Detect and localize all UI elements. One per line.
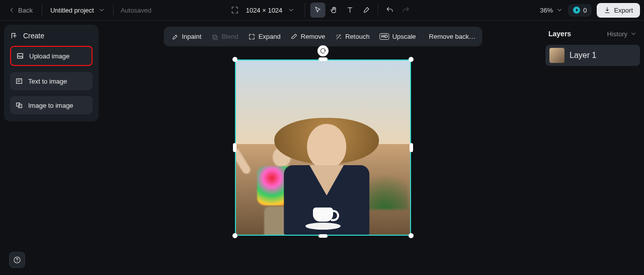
expand-button[interactable]: Expand [245,30,285,43]
resize-handle-br[interactable] [409,233,414,238]
project-title: Untitled project [50,7,94,14]
layer-name: Layer 1 [570,51,596,60]
divider [42,5,42,15]
fit-icon [231,6,239,14]
export-label: Export [614,7,633,14]
chevron-down-icon [287,7,294,14]
inpaint-icon [172,33,179,40]
brush-icon [362,6,370,14]
history-label: History [607,30,627,38]
text-to-image-icon [15,77,23,85]
select-tool[interactable] [310,3,325,18]
upscale-button[interactable]: HD Upscale [376,30,420,43]
text-to-image-option[interactable]: Text to image [10,72,93,90]
fit-screen-button[interactable] [231,6,239,14]
credit-icon [573,7,580,14]
redo-icon [401,6,410,14]
context-toolbar: Inpaint Blend Expand Remove Retouch HD U… [164,27,482,46]
create-label: Create [23,32,44,40]
create-panel: Create Upload image Text to image Image … [4,25,99,121]
inpaint-label: Inpaint [182,33,201,40]
brush-tool[interactable] [358,3,373,18]
hd-icon: HD [380,33,389,40]
resize-handle-tl[interactable] [232,57,237,62]
blend-label: Blend [221,33,238,40]
selection-frame[interactable] [235,59,411,236]
chevron-down-icon [98,7,105,14]
undo-button[interactable] [382,3,397,18]
retouch-button[interactable]: Retouch [331,30,373,43]
layers-title: Layers [548,30,571,38]
redo-button [398,3,413,18]
credits-button[interactable]: 0 [568,4,592,17]
text-to-image-label: Text to image [28,78,67,85]
remove-background-button[interactable]: Remove back… [422,30,478,43]
upload-image-option[interactable]: Upload image [10,46,93,66]
hand-icon [330,6,338,14]
canvas-area[interactable]: Inpaint Blend Expand Remove Retouch HD U… [103,21,543,275]
expand-label: Expand [259,33,281,40]
credits-count: 0 [583,7,587,14]
download-icon [604,7,611,14]
eraser-icon [291,33,298,40]
cursor-icon [313,6,321,14]
chevron-down-icon [630,30,637,37]
back-button[interactable]: Back [4,5,37,16]
resize-handle-r[interactable] [410,143,413,152]
undo-icon [385,6,393,14]
divider [113,5,114,15]
history-dropdown[interactable]: History [607,30,637,38]
layers-panel: Layers History Layer 1 [545,25,640,271]
text-tool[interactable] [342,3,357,18]
layer-item[interactable]: Layer 1 [545,45,640,66]
export-button[interactable]: Export [597,3,640,18]
resize-handle-tr[interactable] [409,57,414,62]
inpaint-button[interactable]: Inpaint [168,30,205,43]
blend-button: Blend [207,30,242,43]
resize-handle-bl[interactable] [232,233,237,238]
remove-bg-label: Remove back… [429,33,475,40]
create-icon [10,32,18,40]
dimensions-dropdown[interactable]: 1024 × 1024 [246,7,295,14]
chevron-down-icon [556,7,563,14]
upscale-label: Upscale [392,33,416,40]
rotate-icon [319,47,327,54]
hand-tool[interactable] [326,3,341,18]
resize-handle-t[interactable] [318,57,328,61]
selected-image[interactable] [235,59,411,236]
image-to-image-label: Image to image [28,102,73,109]
image-to-image-option[interactable]: Image to image [10,96,93,114]
autosaved-label: Autosaved [121,7,151,14]
remove-label: Remove [301,33,325,40]
image-to-image-icon [15,101,23,109]
rotate-handle[interactable] [317,45,329,56]
retouch-icon [335,33,342,40]
zoom-dropdown[interactable]: 36% [540,7,563,14]
retouch-label: Retouch [345,33,369,40]
help-icon [13,256,21,264]
help-button[interactable] [9,252,25,268]
resize-handle-b[interactable] [318,234,328,238]
project-title-dropdown[interactable]: Untitled project [47,5,108,16]
upload-image-icon [16,52,24,60]
remove-button[interactable]: Remove [287,30,329,43]
upload-image-label: Upload image [29,52,69,60]
divider [377,5,378,15]
blend-icon [211,33,218,40]
back-label: Back [18,7,33,14]
expand-icon [249,33,256,40]
zoom-label: 36% [540,7,553,14]
resize-handle-l[interactable] [233,143,236,152]
text-icon [346,6,354,14]
create-header: Create [10,32,93,40]
dimensions-label: 1024 × 1024 [246,7,283,14]
chevron-left-icon [8,7,15,14]
layer-thumbnail [549,48,565,63]
